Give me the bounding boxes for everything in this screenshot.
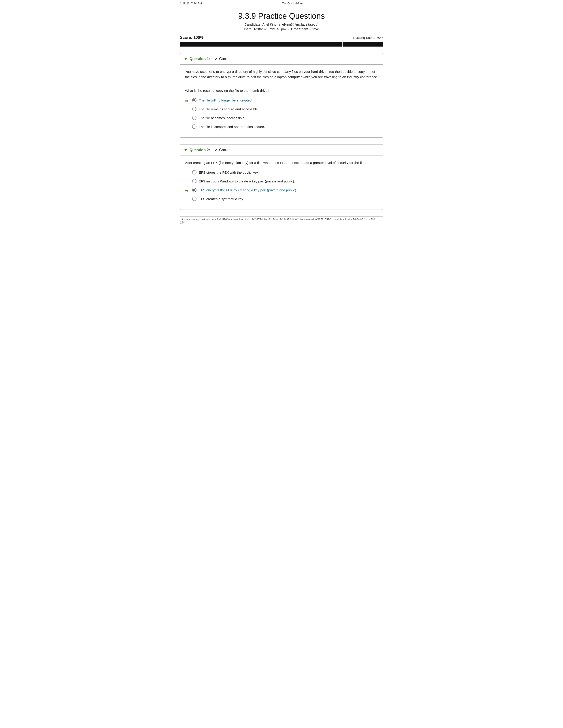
arrow-indicator-1-3: ➡ bbox=[185, 116, 190, 121]
option-text-2-2: EFS instructs Windows to create a key pa… bbox=[199, 179, 295, 184]
top-bar: 1/28/23, 7:24 PM TestOut LabSim bbox=[180, 0, 383, 7]
question-body-1: You have used EFS to encrypt a directory… bbox=[180, 65, 383, 137]
progress-marker bbox=[343, 42, 343, 47]
correct-label-2: ✓Correct bbox=[214, 148, 231, 152]
footer-page-info: 1/5 bbox=[180, 221, 184, 224]
radio-circle-1-2[interactable] bbox=[192, 107, 196, 111]
footer-bar: https://labsimapp.testout.com/v6_0_536/e… bbox=[180, 216, 383, 224]
arrow-indicator-1-1: ➡ bbox=[185, 98, 190, 103]
arrow-indicator-1-4: ➡ bbox=[185, 125, 190, 130]
option-text-2-4: EFS creates a symmetric key. bbox=[199, 196, 244, 201]
question-card-2: Question 2:✓CorrectAfter creating an FEK… bbox=[180, 144, 383, 210]
score-row: Score: 100% Passing Score: 80% bbox=[180, 35, 383, 40]
radio-inner-1-1 bbox=[193, 99, 195, 101]
answer-option-2-1[interactable]: ➡EFS stores the FEK with the public key. bbox=[185, 170, 378, 176]
option-text-1-1: The file will no longer be encrypted. bbox=[199, 98, 252, 103]
radio-circle-2-2[interactable] bbox=[192, 179, 196, 183]
answer-option-1-4[interactable]: ➡The file is compressed and remains secu… bbox=[185, 124, 378, 130]
checkmark-icon-2: ✓ bbox=[214, 148, 218, 152]
date-value: 1/28/2023 7:24:46 pm bbox=[253, 27, 286, 31]
questions-container: Question 1:✓CorrectYou have used EFS to … bbox=[180, 53, 383, 210]
answer-option-1-2[interactable]: ➡The file remains secure and accessible. bbox=[185, 107, 378, 112]
date-info: Date: 1/28/2023 7:24:46 pm • Time Spent:… bbox=[180, 27, 383, 31]
answer-option-2-4[interactable]: ➡EFS creates a symmetric key. bbox=[185, 196, 378, 202]
question-label-2: Question 2: bbox=[184, 148, 210, 152]
correct-label-1: ✓Correct bbox=[214, 56, 231, 61]
question-header-1: Question 1:✓Correct bbox=[180, 53, 383, 65]
question-card-1: Question 1:✓CorrectYou have used EFS to … bbox=[180, 53, 383, 138]
radio-circle-2-3[interactable] bbox=[192, 188, 196, 192]
correct-text-2: Correct bbox=[219, 148, 231, 152]
question-header-2: Question 2:✓Correct bbox=[180, 144, 383, 156]
score-label: Score: 100% bbox=[180, 35, 203, 40]
answer-option-2-3[interactable]: ➡EFS encrypts the FEK by creating a key … bbox=[185, 188, 378, 193]
option-text-1-3: The file becomes inaccessible. bbox=[199, 115, 245, 120]
arrow-indicator-2-1: ➡ bbox=[185, 170, 190, 176]
checkmark-icon-1: ✓ bbox=[214, 56, 218, 61]
correct-text-1: Correct bbox=[219, 57, 231, 61]
radio-circle-2-1[interactable] bbox=[192, 170, 196, 174]
question-body-2: After creating an FEK (file encryption k… bbox=[180, 156, 383, 210]
radio-circle-1-3[interactable] bbox=[192, 116, 196, 120]
candidate-name: Ariel King bbox=[262, 23, 276, 26]
radio-circle-2-4[interactable] bbox=[192, 197, 196, 201]
page-title: 9.3.9 Practice Questions bbox=[180, 11, 383, 21]
question-text-2-0: After creating an FEK (file encryption k… bbox=[185, 160, 378, 165]
answer-option-1-3[interactable]: ➡The file becomes inaccessible. bbox=[185, 115, 378, 121]
option-text-2-1: EFS stores the FEK with the public key. bbox=[199, 170, 258, 175]
arrow-indicator-2-4: ➡ bbox=[185, 197, 190, 202]
question-number-2: Question 2: bbox=[189, 148, 210, 152]
time-spent-label: Time Spent: bbox=[291, 27, 310, 31]
option-text-1-2: The file remains secure and accessible. bbox=[199, 107, 259, 112]
option-text-2-3: EFS encrypts the FEK by creating a key p… bbox=[199, 188, 297, 193]
time-spent-value: 01:52 bbox=[311, 27, 319, 31]
triangle-icon-1 bbox=[184, 58, 187, 60]
topbar-sitename: TestOut LabSim bbox=[282, 2, 303, 5]
answer-option-2-2[interactable]: ➡EFS instructs Windows to create a key p… bbox=[185, 179, 378, 184]
topbar-datetime: 1/28/23, 7:24 PM bbox=[180, 2, 202, 5]
radio-circle-1-4[interactable] bbox=[192, 124, 196, 129]
arrow-indicator-2-2: ➡ bbox=[185, 179, 190, 184]
arrow-indicator-2-3: ➡ bbox=[185, 188, 190, 193]
arrow-indicator-1-2: ➡ bbox=[185, 107, 190, 112]
progress-bar bbox=[180, 42, 383, 47]
question-label-1: Question 1: bbox=[184, 57, 210, 61]
date-label: Date: bbox=[244, 27, 253, 31]
passing-score-label: Passing Score: 80% bbox=[353, 36, 383, 39]
question-text-1-2: What is the result of copying the file t… bbox=[185, 88, 378, 93]
question-number-1: Question 1: bbox=[189, 57, 210, 61]
radio-inner-2-3 bbox=[193, 189, 195, 191]
candidate-email: (arielking3@my.ladelta.edu) bbox=[277, 23, 319, 26]
candidate-info: Candidate: Ariel King (arielking3@my.lad… bbox=[180, 23, 383, 26]
answer-option-1-1[interactable]: ➡The file will no longer be encrypted. bbox=[185, 98, 378, 103]
footer-url: https://labsimapp.testout.com/v6_0_536/e… bbox=[180, 218, 378, 221]
question-text-1-0: You have used EFS to encrypt a directory… bbox=[185, 69, 378, 80]
progress-bar-fill bbox=[180, 42, 383, 47]
radio-circle-1-1[interactable] bbox=[192, 98, 196, 102]
option-text-1-4: The file is compressed and remains secur… bbox=[199, 124, 265, 129]
triangle-icon-2 bbox=[184, 149, 187, 151]
candidate-label: Candidate: bbox=[244, 23, 261, 26]
